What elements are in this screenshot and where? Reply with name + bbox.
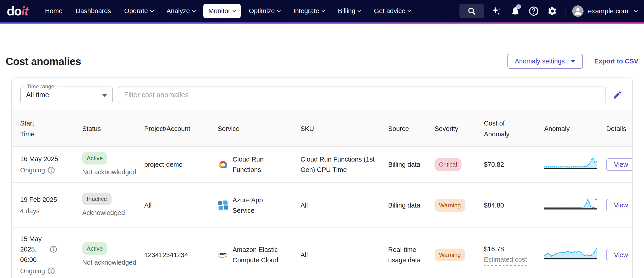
accent-gradient-bar	[0, 22, 644, 24]
info-icon[interactable]	[50, 246, 57, 253]
azure-icon	[218, 200, 228, 211]
nav-item-get-advice[interactable]: Get advice	[369, 4, 416, 18]
status-badge: Inactive	[82, 193, 112, 205]
chevron-down-icon	[634, 8, 638, 12]
cell-sku: All	[300, 200, 375, 210]
cell-start-time: 15 May 2025, 06:00 Ongoing	[20, 234, 82, 276]
sparkle-icon	[491, 6, 502, 17]
view-button[interactable]: View	[606, 249, 633, 261]
nav-item-analyze[interactable]: Analyze	[162, 4, 200, 18]
caret-down-icon	[571, 60, 576, 63]
cell-source: Billing data	[388, 200, 424, 210]
help-button[interactable]	[528, 5, 540, 17]
info-icon[interactable]	[48, 267, 54, 274]
edit-filter-button[interactable]	[611, 88, 624, 102]
filter-anomalies-input[interactable]	[118, 87, 606, 103]
help-icon	[528, 6, 539, 16]
aws-icon: aws	[218, 249, 228, 260]
status-badge: Active	[82, 152, 107, 164]
column-header-source: Source	[388, 123, 434, 134]
cell-status: Active Not acknowledged	[82, 152, 144, 177]
nav-divider	[565, 5, 566, 18]
pencil-icon	[613, 90, 622, 100]
cell-start-time: 19 Feb 2025 4 days	[20, 194, 82, 216]
info-icon[interactable]	[48, 167, 54, 174]
column-header-details: Details	[606, 123, 626, 134]
account-menu[interactable]: example.com	[572, 6, 637, 17]
view-button[interactable]: View	[606, 199, 633, 211]
search-button[interactable]	[460, 4, 484, 18]
nav-item-monitor[interactable]: Monitor	[203, 4, 241, 18]
export-to-csv-link[interactable]: Export to CSV	[594, 58, 638, 65]
chevron-down-icon	[232, 9, 236, 12]
time-range-select[interactable]: Time range All time	[20, 87, 113, 103]
cell-cost: $84.80	[484, 200, 544, 210]
column-header-project-account: Project/Account	[144, 123, 218, 134]
cell-service: Azure App Service	[218, 195, 300, 216]
table-row: 15 May 2025, 06:00 Ongoing Active Not ac…	[12, 227, 632, 278]
column-header-sku: SKU	[300, 123, 388, 134]
nav-item-integrate[interactable]: Integrate	[288, 4, 330, 18]
estimated-cost-note[interactable]: Estimated cost	[484, 254, 527, 266]
anomaly-sparkline	[544, 197, 597, 210]
chevron-down-icon	[358, 9, 362, 12]
status-badge: Active	[82, 242, 107, 255]
top-nav-bar: do it Home Dashboards Operate Analyze Mo…	[0, 0, 644, 22]
doit-logo[interactable]: do it	[7, 4, 28, 18]
chevron-down-icon	[192, 9, 196, 12]
cell-project: 123412341234	[144, 250, 218, 260]
chevron-down-icon	[321, 9, 325, 12]
anomaly-sparkline	[544, 247, 597, 260]
cell-details: View	[606, 158, 633, 171]
logo-text-do: do	[7, 4, 21, 18]
select-arrow-icon	[102, 94, 107, 97]
anomaly-sparkline	[544, 157, 597, 169]
main-navigation: Home Dashboards Operate Analyze Monitor …	[40, 4, 416, 18]
cell-anomaly-chart	[544, 197, 606, 213]
avatar	[572, 6, 584, 17]
page-title: Cost anomalies	[6, 55, 81, 68]
nav-item-home[interactable]: Home	[40, 4, 68, 18]
logo-text-it: it	[21, 4, 28, 18]
cell-details: View	[606, 199, 633, 211]
table-header-row: Start Time Status Project/Account Servic…	[12, 111, 632, 147]
nav-item-operate[interactable]: Operate	[119, 4, 158, 18]
cell-status: Active Not acknowledged	[82, 242, 144, 267]
cell-project: All	[144, 200, 218, 210]
nav-item-dashboards[interactable]: Dashboards	[71, 4, 116, 18]
cell-source: Billing data	[388, 159, 424, 170]
account-label: example.com	[588, 7, 628, 15]
cell-severity: Warning	[434, 199, 484, 212]
cell-source: Real-time usage data	[388, 244, 424, 265]
cell-anomaly-chart	[544, 157, 606, 172]
view-button[interactable]: View	[606, 158, 633, 171]
nav-item-optimize[interactable]: Optimize	[244, 4, 285, 18]
cell-status: Inactive Acknowledged	[82, 193, 144, 218]
filter-bar: Time range All time	[12, 78, 632, 111]
cell-cost: $16.78 Estimated cost	[484, 244, 544, 266]
cell-details: View	[606, 249, 633, 261]
person-icon	[572, 6, 584, 17]
cell-severity: Critical	[434, 158, 484, 171]
column-header-cost-of-anomaly: Cost of Anomaly	[484, 118, 513, 140]
cell-project: project-demo	[144, 159, 218, 170]
time-range-value: All time	[26, 91, 49, 99]
column-header-service: Service	[218, 123, 300, 134]
chevron-down-icon	[277, 9, 281, 12]
cell-service: aws Amazon Elastic Compute Cloud	[218, 244, 300, 265]
cell-severity: Warning	[434, 248, 484, 261]
column-header-anomaly: Anomaly	[544, 123, 606, 134]
time-range-label: Time range	[25, 83, 56, 90]
table-row: 16 May 2025 Ongoing Active Not acknowled…	[12, 147, 632, 182]
nav-item-billing[interactable]: Billing	[333, 4, 366, 18]
cell-cost: $70.82	[484, 159, 544, 170]
severity-badge: Warning	[434, 199, 465, 212]
chevron-down-icon	[150, 9, 154, 12]
settings-button[interactable]	[546, 5, 558, 17]
cell-sku: Cloud Run Functions (1st Gen) CPU Time	[300, 154, 375, 175]
notification-badge	[516, 4, 521, 9]
anomaly-settings-button[interactable]: Anomaly settings	[508, 54, 583, 69]
notifications-button[interactable]	[509, 5, 521, 17]
cell-service: Cloud Run Functions	[218, 154, 300, 175]
ai-assistant-button[interactable]	[491, 5, 502, 17]
